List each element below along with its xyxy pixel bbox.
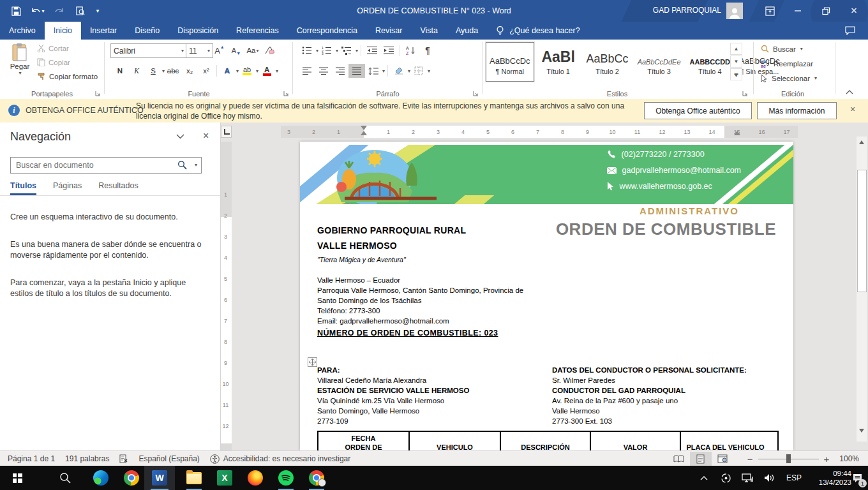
multilevel-dropdown-icon[interactable]: ▾ <box>355 48 358 54</box>
styles-gallery-more-icon[interactable]: ▬▼ <box>730 68 742 80</box>
taskbar-search-icon[interactable] <box>51 466 79 490</box>
show-marks-button[interactable]: ¶ <box>419 43 436 57</box>
superscript-button[interactable]: x² <box>198 64 214 78</box>
nav-pane-close-icon[interactable]: × <box>203 130 209 142</box>
tray-meet-now-icon[interactable] <box>716 466 735 490</box>
redo-icon[interactable] <box>51 3 68 19</box>
table-move-handle-icon[interactable] <box>308 357 317 367</box>
paste-button[interactable]: Pegar ▾ <box>5 43 34 89</box>
tab-selector[interactable] <box>221 126 232 138</box>
underline-button[interactable]: S <box>145 64 161 78</box>
style-titulo4[interactable]: AABBCCDDTítulo 4 <box>686 42 735 82</box>
nav-tab-titulos[interactable]: Títulos <box>10 181 36 195</box>
undo-icon[interactable]: ▾ <box>27 3 49 19</box>
decrease-indent-button[interactable] <box>364 43 380 57</box>
tab-disposicion[interactable]: Disposición <box>168 22 227 40</box>
ribbon-display-options-icon[interactable] <box>756 0 784 22</box>
avatar[interactable] <box>726 3 743 19</box>
word-count[interactable]: 191 palabras <box>60 451 114 466</box>
restore-button[interactable] <box>812 0 840 22</box>
zoom-level[interactable]: 100% <box>834 451 864 466</box>
align-center-button[interactable] <box>315 64 332 78</box>
web-layout-icon[interactable] <box>712 452 733 466</box>
sort-button[interactable]: AZ <box>403 43 419 57</box>
subscript-button[interactable]: x₂ <box>181 64 198 78</box>
account-user-name[interactable]: GAD PARROQUIAL <box>653 6 721 15</box>
font-color-dropdown-icon[interactable]: ▾ <box>276 68 278 74</box>
clipboard-dialog-launcher-icon[interactable] <box>95 91 101 97</box>
tab-revisar[interactable]: Revisar <box>366 22 411 40</box>
more-info-button[interactable]: Más información <box>757 102 837 119</box>
tray-volume-icon[interactable] <box>760 466 779 490</box>
right-indent-marker[interactable] <box>734 131 740 135</box>
line-spacing-dropdown-icon[interactable]: ▾ <box>382 68 385 74</box>
page-indicator[interactable]: Página 1 de 1 <box>3 451 60 466</box>
tab-correspondencia[interactable]: Correspondencia <box>288 22 366 40</box>
bullets-button[interactable] <box>299 43 315 57</box>
zoom-out-icon[interactable]: − <box>742 451 758 466</box>
tab-diseno[interactable]: Diseño <box>126 22 168 40</box>
borders-button[interactable] <box>410 64 427 78</box>
tab-inicio[interactable]: Inicio <box>45 22 81 40</box>
change-case-button[interactable]: Aa▾ <box>244 43 261 57</box>
first-line-indent-marker[interactable] <box>361 126 367 130</box>
nav-pane-options-icon[interactable] <box>176 134 184 139</box>
language-indicator[interactable]: Español (España) <box>133 451 204 466</box>
read-mode-icon[interactable] <box>668 452 690 466</box>
style-titulo1[interactable]: AaBlTítulo 1 <box>535 42 581 82</box>
zoom-in-icon[interactable]: + <box>819 451 835 466</box>
font-family-select[interactable]: Calibri▾ <box>110 43 187 58</box>
nav-search-box[interactable]: ▾ <box>10 157 202 174</box>
tab-vista[interactable]: Vista <box>411 22 447 40</box>
italic-button[interactable]: K <box>128 64 145 78</box>
taskbar-word-icon[interactable]: W <box>144 466 175 490</box>
tray-hidden-icons-icon[interactable] <box>694 466 714 490</box>
paste-dropdown-icon[interactable]: ▾ <box>6 70 34 76</box>
tab-archivo[interactable]: Archivo <box>0 22 45 40</box>
document-page[interactable]: (02)2773220 / 2773300 gadprvallehermoso@… <box>300 142 793 450</box>
format-painter-button[interactable]: Copiar formato <box>37 72 98 81</box>
feedback-icon[interactable] <box>836 22 864 40</box>
taskbar-chrome-icon[interactable] <box>117 466 146 490</box>
tray-network-icon[interactable] <box>738 466 757 490</box>
nav-tab-resultados[interactable]: Resultados <box>98 181 138 195</box>
increase-indent-button[interactable] <box>380 43 397 57</box>
strikethrough-button[interactable]: abc <box>165 64 181 78</box>
paragraph-dialog-launcher-icon[interactable] <box>473 91 479 97</box>
license-close-icon[interactable]: × <box>850 104 855 114</box>
scroll-up-icon[interactable] <box>857 137 867 147</box>
shrink-font-button[interactable]: A▼ <box>228 43 244 57</box>
justify-button[interactable] <box>348 64 365 78</box>
zoom-slider-thumb[interactable] <box>786 454 791 463</box>
shading-button[interactable] <box>391 64 407 78</box>
clear-formatting-button[interactable] <box>261 43 278 57</box>
taskbar-explorer-icon[interactable] <box>180 466 208 490</box>
search-icon[interactable] <box>177 160 187 170</box>
taskbar-excel-icon[interactable]: X <box>211 466 239 490</box>
highlight-button[interactable]: ab <box>239 64 255 78</box>
align-left-button[interactable] <box>299 64 315 78</box>
style-titulo2[interactable]: AaBbCcTítulo 2 <box>583 42 632 82</box>
search-input[interactable] <box>15 158 177 172</box>
tell-me-box[interactable]: ¿Qué desea hacer? <box>487 22 589 40</box>
align-right-button[interactable] <box>332 64 348 78</box>
font-size-select[interactable]: 11▾ <box>186 43 213 58</box>
style-titulo3[interactable]: AaBbCcDdEeTítulo 3 <box>634 42 685 82</box>
tab-insertar[interactable]: Insertar <box>81 22 126 40</box>
proofing-icon[interactable] <box>114 451 133 466</box>
close-button[interactable]: × <box>840 0 868 22</box>
cut-button[interactable]: Cortar <box>37 44 69 52</box>
bold-button[interactable]: N <box>112 64 128 78</box>
tray-language[interactable]: ESP <box>781 466 807 490</box>
collapse-ribbon-icon[interactable] <box>845 89 854 95</box>
line-spacing-button[interactable] <box>365 64 382 78</box>
taskbar-firefox-icon[interactable] <box>241 466 269 490</box>
style-normal[interactable]: AaBbCcDc¶ Normal <box>486 42 534 82</box>
find-button[interactable]: Buscar▾ <box>761 45 803 53</box>
copy-button[interactable]: Copiar <box>37 58 70 66</box>
scrollbar-thumb[interactable] <box>857 170 867 292</box>
nav-tab-paginas[interactable]: Páginas <box>53 181 82 195</box>
styles-scroll-up-icon[interactable]: ▲ <box>730 43 742 55</box>
customize-quick-access-icon[interactable]: ▾ <box>92 3 103 19</box>
taskbar-chrome-profile-icon[interactable] <box>303 466 331 490</box>
